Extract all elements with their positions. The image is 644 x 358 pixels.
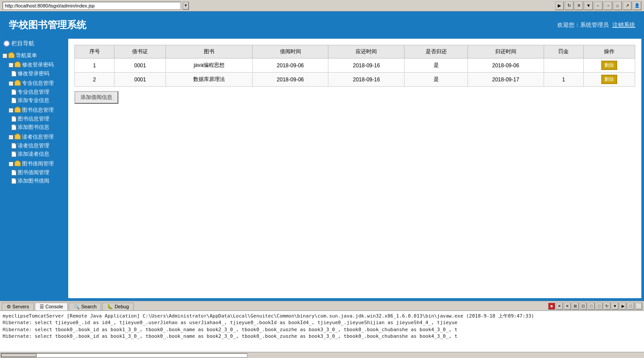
sidebar-item-add-borrow-label: 添加图书借阅 [18,177,49,185]
cell-returned: 是 [405,58,467,73]
scroll-thumb[interactable] [1,354,37,357]
url-bar[interactable]: http://localhost:8080/tsgxt/admin/index.… [3,2,181,10]
console-line: Hibernate: select tbook0_.book_id as boo… [3,333,641,340]
sidebar-item-add-book[interactable]: 添加图书信息 [2,123,66,132]
home-button[interactable]: ⌂ [613,1,622,10]
console-btn6[interactable]: □ [588,303,595,310]
console-btn4[interactable]: ⊞ [572,303,579,310]
sidebar-item-change-password[interactable]: 修改登录密码 [2,69,66,78]
nav-label: 栏目导航 [11,40,34,47]
browser-controls: ▶ ↻ ✕ ▼ ← → ⌂ ↗ 👤 [555,1,641,10]
bottom-scrollbar [0,352,644,358]
sidebar-item-add-reader[interactable]: 添加读者信息 [2,150,66,158]
refresh-button[interactable]: ↻ [565,1,574,10]
nav-group-borrow[interactable]: - 图书借阅管理 [2,159,66,168]
sidebar-item-borrow-manage-label: 图书借阅管理 [18,169,49,176]
nav-button1[interactable]: ▼ [584,1,593,10]
cell-card: 0001 [114,58,166,73]
nav-group-major[interactable]: - 专业信息管理 [2,79,66,88]
col-borrow-date: 借阅时间 [252,45,328,58]
console-line: Hibernate: select tbook0_.book_id as boo… [3,326,641,333]
console-line: Hibernate: select tjieyue0_.id as id4_, … [3,319,641,326]
collapse-icon: - [3,54,7,58]
nav-group-book-label: 图书信息管理 [22,106,54,114]
doc-reader-manage-icon [11,143,16,149]
servers-tab-label: Servers [12,304,29,309]
console-btn9[interactable]: ▼ [611,303,618,310]
collapse-reader-icon: - [9,135,13,139]
folder-borrow-icon [15,161,21,166]
forward-button[interactable]: → [604,1,612,10]
nav-section-borrow: - 图书借阅管理 图书借阅管理 添加图书借阅 [2,159,66,185]
play-button[interactable]: ▶ [555,1,564,10]
tab-search[interactable]: 🔍 Search [69,303,101,311]
nav-group-password[interactable]: - 修改登录密码 [2,60,66,69]
nav-extra1[interactable]: ↗ [623,1,632,10]
sidebar-item-add-borrow[interactable]: 添加图书借阅 [2,177,66,185]
console-content: myeclipseTomcatServer [Remote Java Appli… [0,311,644,352]
sidebar-item-book-manage-label: 图书信息管理 [18,115,49,123]
nav-section-password: - 修改登录密码 修改登录密码 [2,60,66,78]
console-tab-label: Console [45,304,63,309]
nav-circle-icon [4,40,10,47]
col-seq: 序号 [75,45,114,58]
col-due-date: 应还时间 [328,45,405,58]
maximize-console-button[interactable]: ⬜ [635,303,642,310]
console-btn10[interactable]: ▶ [619,303,626,310]
nav-group-reader[interactable]: - 读者信息管理 [2,132,66,142]
folder-book-icon [15,108,21,113]
tab-console[interactable]: ☰ Console [35,303,68,311]
app-container: 学校图书管理系统 欢迎您：系统管理员 注销系统 栏目导航 - 导航菜单 [0,11,644,301]
horizontal-scrollbar[interactable] [1,353,247,358]
user-icon[interactable]: 👤 [633,1,641,10]
col-fine: 罚金 [544,45,583,58]
nav-group-major-label: 专业信息管理 [22,80,54,87]
doc-add-major-icon [11,98,16,103]
folder-password-icon [15,62,21,67]
console-line: myeclipseTomcatServer [Remote Java Appli… [3,313,641,319]
back-button[interactable]: ← [594,1,603,10]
add-borrow-button[interactable]: 添加借阅信息 [74,91,118,104]
col-action: 操作 [584,45,635,58]
nav-group-main[interactable]: - 导航菜单 [2,51,66,60]
doc-add-book-icon [11,124,16,130]
logout-link[interactable]: 注销系统 [612,21,635,29]
tab-servers[interactable]: ⚙ Servers [2,303,34,311]
sidebar-item-major-manage-label: 专业信息管理 [18,88,49,96]
cell-action: 删除 [584,58,635,73]
sidebar-item-add-major[interactable]: 添加专业信息 [2,96,66,105]
doc-borrow-manage-icon [11,170,16,175]
stop-console-button[interactable]: ■ [548,303,555,310]
nav-group-book[interactable]: - 图书信息管理 [2,106,66,115]
sidebar-item-book-manage[interactable]: 图书信息管理 [2,115,66,123]
nav-section-reader: - 读者信息管理 读者信息管理 添加读者信息 [2,132,66,158]
sidebar-item-borrow-manage[interactable]: 图书借阅管理 [2,168,66,177]
stop-button[interactable]: ✕ [574,1,583,10]
nav-section-major: - 专业信息管理 专业信息管理 添加专业信息 [2,79,66,105]
header: 学校图书管理系统 欢迎您：系统管理员 注销系统 [0,11,644,36]
collapse-major-icon: - [9,81,13,86]
collapse-password-icon: - [9,63,13,67]
cell-return-date: 2018-09-06 [467,58,544,73]
console-btn7[interactable]: □ [596,303,603,310]
console-btn5[interactable]: ⊡ [580,303,587,310]
doc-book-manage-icon [11,116,16,122]
nav-group-reader-label: 读者信息管理 [22,133,54,141]
sidebar-item-change-password-label: 修改登录密码 [18,70,49,77]
sidebar-item-reader-manage[interactable]: 读者信息管理 [2,142,66,150]
clear-console-button[interactable]: ✕ [556,303,563,310]
delete-button[interactable]: 删除 [601,75,617,84]
tab-debug[interactable]: 🐛 Debug [102,303,133,311]
console-btn8[interactable]: ↻ [604,303,611,310]
nav-group-password-label: 修改登录密码 [22,61,54,69]
borrow-table: 序号 借书证 图书 借阅时间 应还时间 是否归还 归还时间 罚金 操作 1 00… [74,45,635,87]
console-btn11[interactable]: □ [627,303,634,310]
url-dropdown-button[interactable]: ▼ [183,2,189,10]
browser-bar: http://localhost:8080/tsgxt/admin/index.… [0,0,644,11]
delete-button[interactable]: 删除 [601,61,617,70]
console-tab-icon: ☰ [40,304,44,309]
cell-due-date: 2018-09-16 [328,73,405,87]
nav-section-book: - 图书信息管理 图书信息管理 添加图书信息 [2,106,66,132]
console-btn3[interactable]: ✕ [564,303,571,310]
sidebar-item-major-manage[interactable]: 专业信息管理 [2,88,66,96]
